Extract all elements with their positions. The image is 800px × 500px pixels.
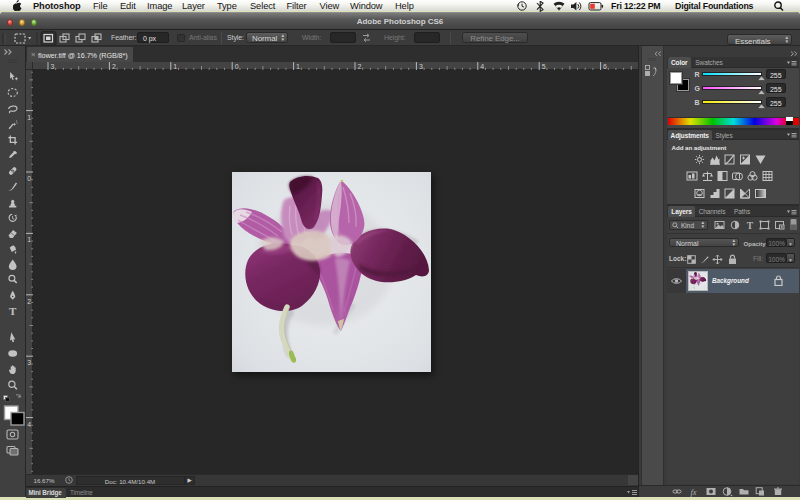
svg-text:3: 3 [51,63,55,70]
svg-text:0: 0 [235,63,239,70]
svg-text:1: 1 [27,114,31,121]
svg-text:5: 5 [542,63,546,70]
svg-text:Digital Foundations: Digital Foundations [675,1,754,11]
svg-text:3: 3 [27,359,31,366]
svg-text:fx: fx [691,487,697,497]
svg-text:0: 0 [27,175,31,182]
svg-text:4: 4 [27,421,31,428]
svg-text:1: 1 [296,63,300,70]
svg-text:1: 1 [173,63,177,70]
svg-text:3: 3 [419,63,423,70]
svg-text:1: 1 [27,236,31,243]
svg-text:2: 2 [112,63,116,70]
svg-text:2: 2 [358,63,362,70]
svg-text:Fri 12:22 PM: Fri 12:22 PM [611,1,660,11]
svg-text:T: T [9,305,17,317]
svg-text:4: 4 [480,63,484,70]
svg-text:6: 6 [603,63,607,70]
svg-text:2: 2 [27,298,31,305]
